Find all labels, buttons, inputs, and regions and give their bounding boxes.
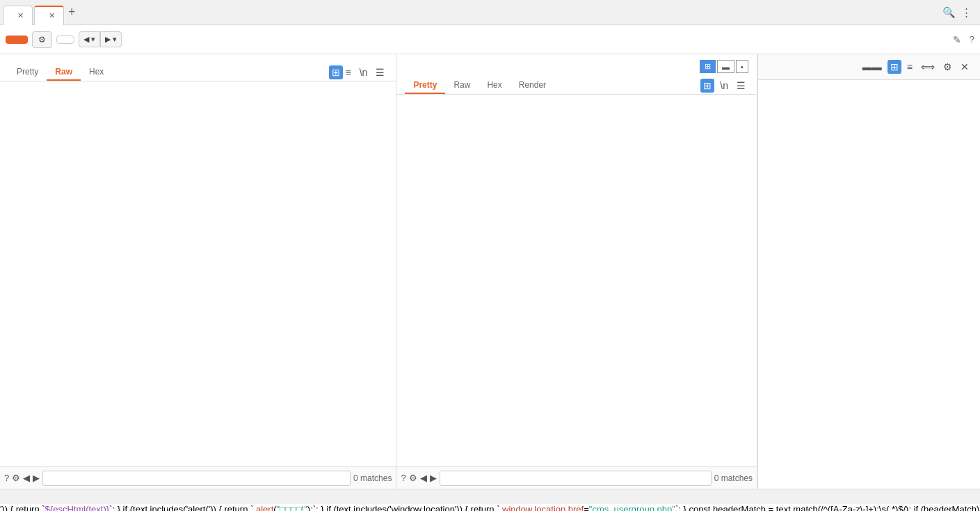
response-tabs: Pretty Raw Hex Render ⊞ \n ☰ [405, 77, 748, 94]
send-button[interactable] [6, 36, 28, 44]
nav-forward-button[interactable]: ▶ ▾ [100, 31, 122, 47]
request-more-options[interactable]: ☰ [373, 65, 387, 79]
nav-back-button[interactable]: ◀ ▾ [79, 31, 100, 47]
request-search-input[interactable] [42, 471, 351, 486]
request-search-prev[interactable]: ◀ [23, 473, 30, 483]
inspector-view-list[interactable]: ▬▬ [860, 60, 885, 74]
request-code-area[interactable] [0, 81, 396, 466]
request-view-toggle-split[interactable]: ⊞ [329, 65, 343, 79]
search-icon[interactable]: 🔍 [942, 6, 956, 19]
response-tab-raw[interactable]: Raw [445, 77, 479, 94]
settings-button[interactable]: ⚙ [32, 31, 52, 48]
request-view-toggle-wrap[interactable]: ≡ [343, 65, 354, 79]
response-view-split[interactable]: ⊞ [700, 60, 716, 73]
cancel-button[interactable] [56, 36, 74, 44]
request-search-help[interactable]: ? [4, 473, 9, 483]
response-search-bar: ? ⚙ ◀ ▶ 0 matches [396, 466, 757, 489]
response-tab-render[interactable]: Render [511, 77, 554, 94]
tab-1-close[interactable]: ✕ [17, 11, 24, 20]
request-tabs: Pretty Raw Hex ⊞ ≡ \n ☰ [8, 64, 387, 81]
target-info: ✎ [942, 34, 961, 45]
response-view-single[interactable]: ▬ [717, 60, 734, 73]
tab-2[interactable]: ✕ [34, 6, 64, 25]
response-search-settings[interactable]: ⚙ [409, 473, 417, 483]
response-search-input[interactable] [440, 471, 712, 486]
response-view-toggle[interactable]: ⊞ [700, 79, 714, 93]
edit-target-icon[interactable]: ✎ [953, 34, 961, 45]
inspector-close[interactable]: ✕ [958, 60, 972, 74]
inspector-settings[interactable]: ⚙ [940, 60, 955, 74]
toolbar: ⚙ ◀ ▾ ▶ ▾ ✎ ? [0, 25, 980, 54]
response-search-help[interactable]: ? [401, 473, 405, 483]
request-search-bar: ? ⚙ ◀ ▶ 0 matches [0, 466, 396, 489]
request-panel: Pretty Raw Hex ⊞ ≡ \n ☰ ? ⚙ ◀ ▶ 0 matche… [0, 54, 396, 489]
request-tab-pretty[interactable]: Pretty [8, 64, 47, 81]
request-tab-raw[interactable]: Raw [47, 64, 81, 81]
response-search-next[interactable]: ▶ [430, 473, 437, 483]
status-bar [0, 489, 980, 504]
response-panel-header: ⊞ ▬ ▪ Pretty Raw Hex Render ⊞ \n ☰ [396, 54, 757, 95]
inspector-filter[interactable]: ⟺ [918, 60, 938, 74]
new-tab-button[interactable]: + [68, 5, 76, 19]
tab-bar: ✕ ✕ + 🔍 ⋮ [0, 0, 980, 25]
request-tab-hex[interactable]: Hex [81, 64, 112, 81]
response-ln-toggle[interactable]: \n [717, 79, 731, 93]
inspector-header: ▬▬ ⊞ ≡ ⟺ ⚙ ✕ [758, 54, 980, 80]
response-search-prev[interactable]: ◀ [420, 473, 427, 483]
response-tab-pretty[interactable]: Pretty [405, 77, 445, 94]
response-tab-hex[interactable]: Hex [479, 77, 510, 94]
main-area: Pretty Raw Hex ⊞ ≡ \n ☰ ? ⚙ ◀ ▶ 0 matche… [0, 54, 980, 489]
request-ln-toggle[interactable]: \n [357, 65, 371, 79]
request-search-next[interactable]: ▶ [33, 473, 40, 483]
response-matches-label: 0 matches [714, 473, 753, 483]
inspector-sort[interactable]: ≡ [904, 60, 915, 74]
response-panel: ⊞ ▬ ▪ Pretty Raw Hex Render ⊞ \n ☰ ? ⚙ [396, 54, 757, 489]
response-view-stacked[interactable]: ▪ [736, 60, 748, 73]
request-matches-label: 0 matches [353, 473, 392, 483]
inspector-panel: ▬▬ ⊞ ≡ ⟺ ⚙ ✕ [757, 54, 980, 489]
tab-2-close[interactable]: ✕ [49, 11, 55, 20]
response-code-area[interactable] [396, 95, 757, 466]
inspector-view-grid[interactable]: ⊞ [887, 60, 901, 74]
help-icon[interactable]: ? [970, 34, 974, 45]
menu-icon[interactable]: ⋮ [961, 6, 972, 19]
response-more-options[interactable]: ☰ [734, 79, 748, 93]
request-search-settings[interactable]: ⚙ [12, 473, 20, 483]
tab-1[interactable]: ✕ [3, 6, 33, 25]
request-panel-header: Pretty Raw Hex ⊞ ≡ \n ☰ [0, 54, 396, 81]
